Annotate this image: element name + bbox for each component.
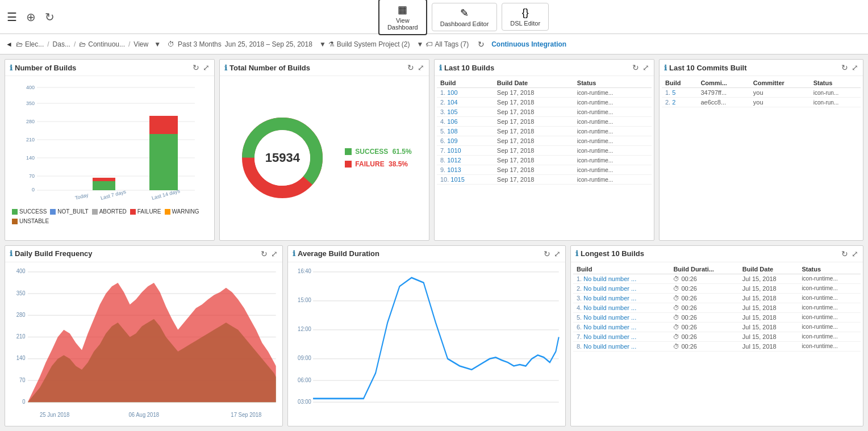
longest10-tbody: 1. No build number ... ⏱00:26 Jul 15, 20… — [573, 274, 861, 351]
widget-actions-avg: ↻ ⤢ — [544, 249, 561, 258]
widget-header-longest10: ℹ Longest 10 Builds ↻ ⤢ — [571, 246, 863, 262]
widget-actions-longest10: ↻ ⤢ — [841, 249, 858, 258]
legend-success: SUCCESS — [12, 208, 47, 215]
breadcrumb-label-4[interactable]: View — [133, 40, 148, 48]
widget-body-total: 15934 SUCCESS 61.5% — [220, 76, 429, 240]
tags-filter[interactable]: ▼ 🏷 All Tags (7) — [417, 40, 469, 48]
breadcrumb-back-arrow[interactable]: ◄ — [6, 40, 12, 48]
dashboard-editor-button[interactable]: ✎ Dashboard Editor — [432, 3, 498, 31]
widget-body-avg: 16:40 15:00 12:00 09:00 06:00 03:00 — [288, 262, 565, 426]
last10-status: icon-runtime... — [574, 146, 652, 156]
breadcrumb-label-1[interactable]: Elec... — [25, 40, 44, 48]
dsl-editor-button[interactable]: {} DSL Editor — [502, 3, 549, 31]
refresh-longest10-button[interactable]: ↻ — [841, 249, 848, 258]
commits-table-scroll[interactable]: Build Commi... Committer Status 1. 5 347… — [662, 78, 861, 238]
last10-num: 5. 108 — [437, 127, 494, 136]
expand-num-builds-button[interactable]: ⤢ — [203, 63, 210, 72]
view-dashboard-button[interactable]: ▦ ViewDashboard — [378, 0, 427, 35]
widget-actions-daily: ↻ ⤢ — [261, 249, 278, 258]
expand-total-button[interactable]: ⤢ — [418, 63, 424, 72]
expand-avg-button[interactable]: ⤢ — [554, 249, 561, 258]
last10-num: 2. 104 — [437, 98, 494, 107]
breadcrumb-label-3[interactable]: Continuou... — [88, 40, 125, 48]
breadcrumb-label-2[interactable]: Das... — [53, 40, 70, 48]
longest10-build: 4. No build number ... — [573, 303, 670, 312]
refresh-total-button[interactable]: ↻ — [407, 63, 414, 72]
expand-commits-button[interactable]: ⤢ — [852, 63, 858, 72]
dashboard-icon: ▦ — [398, 3, 407, 16]
svg-text:400: 400 — [16, 267, 26, 274]
table-row: 5. No build number ... ⏱00:26 Jul 15, 20… — [573, 312, 861, 322]
widget-title-num-builds: ℹ Number of Builds — [10, 64, 76, 72]
donut-container: 15934 SUCCESS 61.5% — [224, 81, 424, 236]
table-row: 4. 106 Sep 17, 2018 icon-runtime... — [437, 117, 652, 127]
last10-num: 8. 1012 — [437, 156, 494, 165]
last10-table-scroll[interactable]: Build Build Date Status 1. 100 Sep 17, 2… — [437, 78, 652, 238]
commits-col-commit: Commi... — [697, 78, 749, 88]
longest10-build: 5. No build number ... — [573, 312, 670, 322]
aborted-dot — [92, 209, 98, 215]
longest10-duration: ⏱00:26 — [670, 341, 738, 351]
info-icon-avg: ℹ — [293, 249, 295, 258]
longest10-col-build: Build — [573, 265, 670, 274]
table-row: 3. 105 Sep 17, 2018 icon-runtime... — [437, 107, 652, 117]
longest10-table: Build Build Durati... Build Date Status … — [573, 265, 861, 352]
ci-link[interactable]: Continuous Integration — [491, 40, 566, 48]
refresh-daily-button[interactable]: ↻ — [261, 249, 268, 258]
svg-text:16:40: 16:40 — [298, 267, 311, 274]
last10-status: icon-runtime... — [574, 165, 652, 175]
widget-total-builds: ℹ Total Number of Builds ↻ ⤢ — [219, 59, 429, 241]
legend-not-built: NOT_BUILT — [50, 208, 88, 215]
longest10-table-scroll[interactable]: Build Build Durati... Build Date Status … — [573, 265, 861, 424]
refresh-commits-button[interactable]: ↻ — [841, 63, 848, 72]
last10-table: Build Build Date Status 1. 100 Sep 17, 2… — [437, 78, 652, 185]
longest10-col-date: Build Date — [739, 265, 799, 274]
longest10-build: 2. No build number ... — [573, 283, 670, 293]
expand-daily-button[interactable]: ⤢ — [271, 249, 278, 258]
breadcrumb-bar: ◄ 🗁 Elec... / Das... / 🗁 Continuou... / … — [0, 34, 868, 55]
table-row: 1. 5 34797ff... you icon-run... — [662, 88, 861, 98]
refresh-filter-icon[interactable]: ↻ — [478, 40, 485, 49]
longest10-status: icon-runtime... — [798, 312, 861, 322]
svg-rect-15 — [93, 178, 115, 181]
unstable-dot — [12, 219, 18, 224]
svg-text:17 Sep 2018: 17 Sep 2018 — [231, 410, 261, 417]
longest10-date: Jul 15, 2018 — [739, 303, 799, 312]
build-system-filter[interactable]: ▼ ⚗ Build System Project (2) — [319, 40, 410, 48]
longest10-duration: ⏱00:26 — [670, 283, 738, 293]
breadcrumb-sep-3: / — [128, 40, 130, 48]
expand-last10-button[interactable]: ⤢ — [642, 63, 649, 72]
refresh-last10-button[interactable]: ↻ — [632, 63, 639, 72]
last10-date: Sep 17, 2018 — [494, 98, 574, 107]
table-row: 8. No build number ... ⏱00:26 Jul 15, 20… — [573, 341, 861, 351]
commits-num: 2. 2 — [662, 98, 697, 107]
refresh-avg-button[interactable]: ↻ — [544, 249, 550, 258]
svg-text:0: 0 — [22, 397, 25, 404]
hamburger-icon[interactable]: ☰ — [7, 10, 17, 24]
refresh-num-builds-button[interactable]: ↻ — [193, 63, 199, 72]
time-period-filter[interactable]: Past 3 Months — [178, 40, 222, 48]
svg-text:03:00: 03:00 — [298, 397, 311, 404]
longest10-status: icon-runtime... — [798, 283, 861, 293]
longest10-duration: ⏱00:26 — [670, 312, 738, 322]
target-icon[interactable]: ⊕ — [26, 10, 36, 24]
widget-header-total-builds: ℹ Total Number of Builds ↻ ⤢ — [220, 60, 429, 76]
last10-date: Sep 17, 2018 — [494, 88, 574, 98]
daily-freq-chart: 400 350 280 210 140 70 0 — [9, 265, 279, 424]
success-dot — [12, 209, 18, 215]
longest10-date: Jul 15, 2018 — [739, 322, 799, 332]
legend-warning: WARNING — [165, 208, 199, 215]
num-builds-legend: SUCCESS NOT_BUILT ABORTED FAILURE — [10, 207, 210, 225]
table-row: 8. 1012 Sep 17, 2018 icon-runtime... — [437, 156, 652, 165]
longest10-status: icon-runtime... — [798, 322, 861, 332]
last10-status: icon-runtime... — [574, 156, 652, 165]
longest10-build: 3. No build number ... — [573, 293, 670, 303]
breadcrumb-item-2: Das... — [53, 40, 70, 48]
refresh-icon-btn[interactable]: ↻ — [45, 10, 55, 24]
svg-text:210: 210 — [16, 332, 26, 340]
widget-title-total-builds: ℹ Total Number of Builds — [224, 64, 310, 72]
expand-longest10-button[interactable]: ⤢ — [852, 249, 858, 258]
dropdown-arrow[interactable]: ▼ — [154, 40, 161, 48]
last10-num: 6. 109 — [437, 136, 494, 146]
folder-icon-1: 🗁 — [16, 40, 23, 48]
